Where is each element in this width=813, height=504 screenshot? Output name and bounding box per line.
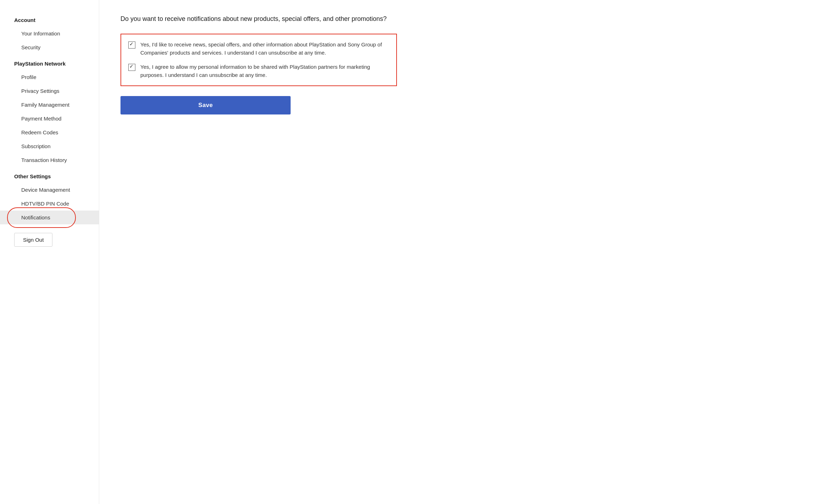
sidebar-item-hdtv-pin[interactable]: HDTV/BD PIN Code bbox=[0, 197, 99, 211]
checkbox-item-2: Yes, I agree to allow my personal inform… bbox=[128, 63, 389, 79]
sidebar-item-privacy-settings[interactable]: Privacy Settings bbox=[0, 84, 99, 98]
sign-out-button[interactable]: Sign Out bbox=[14, 233, 52, 247]
sidebar-item-profile[interactable]: Profile bbox=[0, 70, 99, 84]
checkbox-partners[interactable] bbox=[128, 64, 135, 71]
sidebar-item-notifications[interactable]: Notifications bbox=[0, 211, 99, 224]
checkbox-group: Yes, I'd like to receive news, special o… bbox=[120, 34, 397, 86]
checkbox-news-label: Yes, I'd like to receive news, special o… bbox=[140, 41, 389, 57]
checkbox-item-1: Yes, I'd like to receive news, special o… bbox=[128, 41, 389, 57]
sidebar-item-redeem-codes[interactable]: Redeem Codes bbox=[0, 125, 99, 139]
sidebar-item-family-management[interactable]: Family Management bbox=[0, 98, 99, 112]
sidebar-item-your-information[interactable]: Your Information bbox=[0, 27, 99, 40]
main-content: Do you want to receive notifications abo… bbox=[99, 0, 418, 504]
save-button[interactable]: Save bbox=[120, 96, 291, 114]
psn-section-header: PlayStation Network bbox=[0, 54, 99, 70]
sidebar-item-device-management[interactable]: Device Management bbox=[0, 183, 99, 197]
account-section-header: Account bbox=[0, 11, 99, 27]
sidebar-item-subscription[interactable]: Subscription bbox=[0, 139, 99, 153]
other-section-header: Other Settings bbox=[0, 167, 99, 183]
checkbox-partners-label: Yes, I agree to allow my personal inform… bbox=[140, 63, 389, 79]
sidebar-item-transaction-history[interactable]: Transaction History bbox=[0, 153, 99, 167]
notifications-question: Do you want to receive notifications abo… bbox=[120, 14, 397, 24]
sidebar-item-security[interactable]: Security bbox=[0, 40, 99, 54]
checkbox-news[interactable] bbox=[128, 41, 135, 49]
sidebar: Account Your Information Security PlaySt… bbox=[0, 0, 99, 504]
sidebar-item-payment-method[interactable]: Payment Method bbox=[0, 112, 99, 125]
